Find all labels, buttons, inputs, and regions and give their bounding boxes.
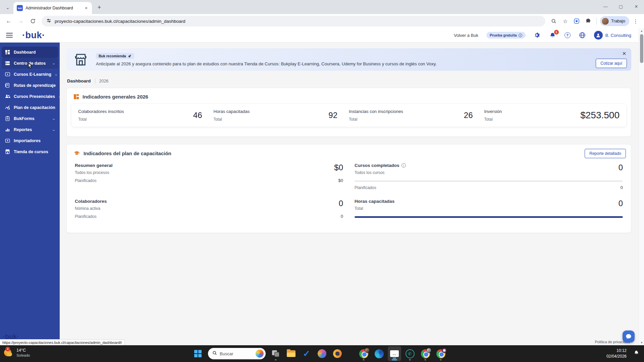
sidebar-item-importadores[interactable]: Importadores — [2, 135, 58, 146]
importers-icon — [5, 138, 10, 143]
quad-resumen-general: Resumen general Todos los procesos $0 Pl… — [75, 163, 343, 190]
minimize-button[interactable]: — — [598, 0, 613, 13]
chrome-icon — [359, 349, 368, 358]
whatsapp-button[interactable]: ✆ — [403, 346, 417, 361]
help-icon[interactable]: ? — [565, 32, 571, 38]
metrics-panel: Colaboradores inscritos Total 46 Horas c… — [71, 104, 626, 127]
chat-launcher-button[interactable] — [623, 330, 635, 343]
browser-menu-kebab-icon[interactable]: ⋮ — [631, 16, 641, 26]
user-avatar-icon — [594, 31, 603, 40]
windows-logo-icon — [194, 350, 202, 357]
bing-logo-icon — [256, 350, 264, 358]
design-app-button[interactable] — [315, 346, 329, 361]
search-icon — [212, 351, 217, 357]
breadcrumb: Dashboard 2026 — [67, 78, 108, 83]
edge-button[interactable] — [372, 346, 386, 361]
quad-horas-capacitadas: Horas capacitadas Total 0 — [355, 199, 623, 219]
tab-title: Administrador Dashboard — [25, 6, 80, 10]
svg-text:z: z — [637, 350, 638, 352]
chrome-profile3-button[interactable] — [434, 346, 447, 361]
active-window-button[interactable] — [388, 346, 401, 361]
breadcrumb-year[interactable]: 2026 — [99, 79, 109, 83]
color-wheel-icon — [318, 349, 326, 358]
clock-date: 02/04/2026 — [606, 354, 627, 359]
volver-a-buk-link[interactable]: Volver a Buk — [454, 33, 478, 38]
banner-text: Anticípate al 2026 y asegura contenido p… — [96, 61, 437, 66]
file-explorer-button[interactable] — [284, 346, 298, 361]
new-tab-button[interactable]: + — [95, 3, 104, 12]
grid-icon — [74, 94, 79, 99]
browser-tab[interactable]: buk Administrador Dashboard × — [13, 2, 92, 14]
tab-search-chevron-icon[interactable]: ⌄ — [3, 2, 13, 12]
forward-icon[interactable]: → — [15, 16, 26, 26]
breadcrumb-current[interactable]: Dashboard — [67, 78, 91, 83]
weather-icon: 4 — [3, 348, 13, 358]
reading-mode-icon[interactable] — [572, 16, 582, 26]
sidebar-item-plan-de-capacitacion[interactable]: Plan de capacitación — [2, 102, 58, 113]
dashboard-icon — [5, 49, 10, 55]
url-text[interactable]: proyecto-capacitaciones.buk.cl/capacitac… — [55, 19, 185, 24]
bookmark-star-icon[interactable]: ☆ — [560, 16, 570, 26]
chevron-down-icon: ⌄ — [54, 72, 58, 76]
user-name: B. Consulting — [605, 33, 631, 38]
start-button[interactable] — [191, 346, 205, 361]
page-scrollbar[interactable]: ▲ ▼ — [639, 28, 644, 345]
sidebar-item-tienda-de-cursos[interactable]: Tienda de cursos — [2, 146, 58, 157]
extensions-puzzle-icon[interactable] — [583, 16, 593, 26]
sidebar-item-bukforms[interactable]: BukForms ⌄ — [2, 113, 58, 124]
plan-card-title: Indicadores del plan de capacitación — [84, 150, 171, 156]
task-view-icon — [272, 350, 279, 357]
sidebar-item-dashboard[interactable]: Dashboard — [2, 47, 58, 58]
info-icon[interactable]: i — [401, 163, 406, 168]
sidebar-item-cursos-presenciales[interactable]: Cursos Presenciales ⌄ — [2, 91, 58, 102]
scroll-up-icon[interactable]: ▲ — [639, 28, 644, 34]
search-tabs-icon[interactable] — [549, 16, 559, 26]
general-card-title: Indicadores generales 2026 — [83, 94, 148, 100]
address-bar[interactable]: proyecto-capacitaciones.buk.cl/capacitac… — [42, 16, 545, 26]
banner-close-icon[interactable]: ✕ — [621, 51, 627, 57]
site-info-icon[interactable] — [46, 18, 51, 24]
cotizar-aqui-button[interactable]: Cotizar aquí — [596, 59, 627, 68]
banner-badge: Buk recomienda — [96, 53, 134, 59]
cursos-value: 0 — [619, 163, 623, 175]
profile-name: Trabajo — [611, 19, 625, 23]
task-view-button[interactable] — [269, 346, 282, 361]
menu-hamburger-icon[interactable] — [6, 33, 13, 38]
mouse-cursor-pointer — [26, 62, 34, 70]
scrollbar-thumb[interactable] — [640, 34, 643, 63]
trial-badge[interactable]: Prueba gratuita i — [486, 32, 526, 39]
back-icon[interactable]: ← — [3, 16, 14, 26]
notifications-bell-icon[interactable]: 1 — [549, 32, 556, 39]
chrome-profile2-button[interactable] — [419, 346, 432, 361]
taskbar-search[interactable]: Buscar — [208, 348, 266, 359]
sidebar-item-rutas-de-aprendizaje[interactable]: Rutas de aprendizaje — [2, 80, 58, 91]
chevron-down-icon: ⌄ — [52, 61, 56, 65]
secure-browser-button[interactable] — [331, 346, 344, 361]
reporte-detallado-button[interactable]: Reporte detallado — [585, 149, 626, 158]
settings-gear-icon[interactable] — [534, 32, 541, 39]
sidebar-item-reportes[interactable]: Reportes ⌄ — [2, 124, 58, 135]
reload-icon[interactable] — [28, 16, 38, 26]
horas-value: 0 — [619, 199, 623, 211]
tab-close-icon[interactable]: × — [83, 5, 89, 11]
metric-value: 46 — [193, 111, 202, 120]
store-icon — [74, 53, 88, 67]
rocket-icon — [128, 54, 131, 58]
todo-app-button[interactable]: ✓ — [300, 346, 313, 361]
account-menu[interactable]: B. Consulting — [594, 31, 631, 40]
buk-favicon-icon: buk — [17, 5, 23, 11]
chat-icon — [626, 334, 632, 340]
notification-bell-sleep-icon[interactable]: z — [634, 350, 639, 357]
weather-widget[interactable]: 4 14°C Soleado — [3, 348, 30, 358]
promo-banner: Buk recomienda Anticípate al 2026 y aseg… — [66, 48, 631, 71]
taskbar-clock[interactable]: 10:12 02/04/2026 — [606, 348, 627, 360]
chrome-profile1-button[interactable] — [357, 346, 370, 361]
browser-profile-chip[interactable]: Trabajo — [600, 16, 629, 26]
metric-value: 92 — [328, 111, 337, 120]
maximize-button[interactable]: ▢ — [613, 0, 629, 13]
scroll-down-icon[interactable]: ▼ — [639, 340, 644, 345]
reports-icon — [5, 127, 10, 132]
language-globe-icon[interactable] — [579, 32, 586, 39]
close-button[interactable]: ✕ — [629, 0, 644, 13]
metric-value: 26 — [464, 111, 473, 120]
